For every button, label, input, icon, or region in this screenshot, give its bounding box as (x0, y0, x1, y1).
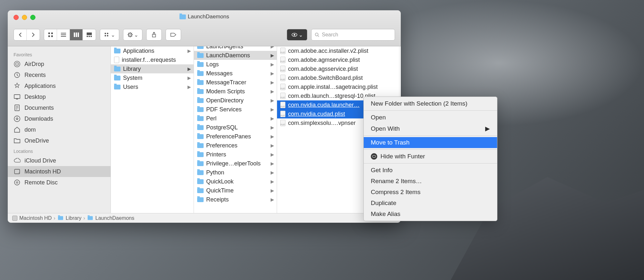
path-segment[interactable]: LaunchDaemons (95, 215, 134, 221)
list-item[interactable]: com.apple.instal…sagetracing.plist (277, 82, 399, 91)
svg-rect-7 (74, 33, 75, 37)
svg-rect-15 (107, 33, 108, 34)
sidebar-item-airdrop[interactable]: AirDrop (8, 59, 111, 70)
tags-button[interactable] (166, 29, 181, 41)
list-item-label: OpenDirectory (206, 97, 244, 104)
path-separator: › (83, 215, 85, 221)
menu-item-rename-2-items[interactable]: Rename 2 Items… (364, 176, 497, 187)
folder-icon (197, 46, 204, 49)
folder-icon (197, 197, 204, 202)
sidebar-item-label: OneDrive (24, 137, 49, 144)
list-item[interactable]: Perl▶ (194, 114, 277, 123)
list-item-label: com.apple.instal…sagetracing.plist (288, 84, 378, 90)
list-item[interactable]: Printers▶ (194, 150, 277, 159)
column-view: Applications▶installer.f…erequestsLibrar… (111, 46, 401, 213)
list-item[interactable]: PreferencePanes▶ (194, 132, 277, 141)
folder-icon (197, 161, 204, 166)
list-item[interactable]: Preferences▶ (194, 141, 277, 150)
menu-item-get-info[interactable]: Get Info (364, 165, 497, 176)
finder-window: LaunchDaemons ⌄ ⌄ ⌄ Search (8, 10, 401, 223)
menu-item-label: Open With (371, 125, 400, 132)
list-item[interactable]: LaunchAgents▶ (194, 46, 277, 51)
plist-icon (280, 102, 285, 108)
plist-icon (280, 75, 285, 81)
share-button[interactable] (146, 29, 162, 41)
chevron-right-icon: ▶ (271, 161, 274, 166)
list-item-label: PDF Services (206, 106, 242, 113)
menu-item-open-with[interactable]: Open With▶ (364, 123, 497, 134)
sidebar-item-applications[interactable]: Applications (8, 80, 111, 91)
svg-rect-16 (105, 35, 106, 36)
list-item[interactable]: com.adobe.SwitchBoard.plist (277, 73, 399, 82)
chevron-right-icon: ▶ (187, 84, 191, 89)
list-item-label: Perl (206, 115, 216, 122)
forward-button[interactable] (27, 29, 40, 40)
list-item[interactable]: Logs▶ (194, 60, 277, 69)
menu-item-hide-with-funter[interactable]: Hide with Funter (364, 151, 497, 162)
list-item-label: com.adobe.agmservice.plist (288, 57, 360, 63)
sidebar-item-documents[interactable]: Documents (8, 102, 111, 113)
sidebar-item-downloads[interactable]: Downloads (8, 113, 111, 124)
action-button[interactable]: ⌄ (123, 29, 142, 41)
list-item[interactable]: QuickTime▶ (194, 186, 277, 195)
list-item[interactable]: Privilege…elperTools▶ (194, 159, 277, 168)
list-item[interactable]: com.adobe.agsservice.plist (277, 64, 399, 73)
menu-item-compress-2-items[interactable]: Compress 2 Items (364, 187, 497, 198)
gallery-view-button[interactable] (83, 29, 96, 40)
list-item[interactable]: Applications▶ (111, 46, 194, 55)
back-button[interactable] (14, 29, 27, 40)
list-item[interactable]: Library▶ (111, 64, 194, 73)
sidebar-item-onedrive[interactable]: OneDrive (8, 135, 111, 146)
list-item-label: installer.f…erequests (122, 57, 176, 63)
column-view-button[interactable] (70, 29, 83, 40)
menu-item-label: Hide with Funter (380, 153, 425, 160)
plist-icon (280, 111, 285, 117)
list-item-label: com.simplexsolu….vpnser (288, 120, 356, 126)
svg-point-34 (14, 180, 20, 185)
search-input[interactable]: Search (311, 29, 395, 41)
plist-icon (280, 57, 285, 63)
list-item[interactable]: PDF Services▶ (194, 105, 277, 114)
funter-toolbar-button[interactable]: ⌄ (287, 29, 307, 41)
list-item-label: com.adobe.acc.installer.v2.plist (288, 48, 368, 54)
sidebar-item-icloud-drive[interactable]: iCloud Drive (8, 155, 111, 166)
list-item[interactable]: System▶ (111, 73, 194, 82)
list-item-label: System (123, 75, 142, 81)
list-item[interactable]: Messages▶ (194, 69, 277, 78)
menu-item-open[interactable]: Open (364, 112, 497, 123)
menu-item-duplicate[interactable]: Duplicate (364, 198, 497, 209)
sidebar-item-macintosh-hd[interactable]: Macintosh HD (8, 166, 111, 177)
sidebar-item-label: Remote Disc (24, 179, 58, 186)
list-item[interactable]: PostgreSQL▶ (194, 123, 277, 132)
list-item[interactable]: Modem Scripts▶ (194, 87, 277, 96)
list-item[interactable]: LaunchDaemons▶ (194, 51, 277, 60)
menu-item-label: Move to Trash (371, 139, 409, 146)
path-segment[interactable]: Macintosh HD (19, 215, 52, 221)
chevron-right-icon: ▶ (271, 188, 274, 193)
chevron-right-icon: ▶ (271, 170, 274, 175)
list-view-button[interactable] (57, 29, 70, 40)
list-item[interactable]: Python▶ (194, 168, 277, 177)
list-item[interactable]: MessageTracer▶ (194, 78, 277, 87)
list-item[interactable]: Users▶ (111, 82, 194, 91)
list-item[interactable]: QuickLook▶ (194, 177, 277, 186)
path-segment[interactable]: Library (66, 215, 82, 221)
sidebar-item-recents[interactable]: Recents (8, 70, 111, 80)
menu-item-new-folder-with-selection-2-items[interactable]: New Folder with Selection (2 Items) (364, 98, 497, 109)
icon-view-button[interactable] (44, 29, 57, 40)
sidebar-item-desktop[interactable]: Desktop (8, 91, 111, 102)
svg-point-23 (315, 33, 318, 36)
arrange-button[interactable]: ⌄ (100, 29, 119, 41)
list-item[interactable]: com.adobe.acc.installer.v2.plist (277, 46, 399, 55)
sidebar-item-remote-disc[interactable]: Remote Disc (8, 177, 111, 188)
sidebar-item-dom[interactable]: dom (8, 124, 111, 135)
list-item[interactable]: OpenDirectory▶ (194, 96, 277, 105)
list-item[interactable]: Receipts▶ (194, 195, 277, 204)
menu-item-move-to-trash[interactable]: Move to Trash (364, 137, 497, 148)
list-item[interactable]: com.adobe.agmservice.plist (277, 55, 399, 64)
menu-item-label: Open (371, 114, 386, 121)
folder-icon (179, 14, 186, 19)
list-item[interactable]: installer.f…erequests (111, 55, 194, 64)
menu-item-make-alias[interactable]: Make Alias (364, 209, 497, 219)
chevron-right-icon: ▶ (271, 179, 274, 184)
